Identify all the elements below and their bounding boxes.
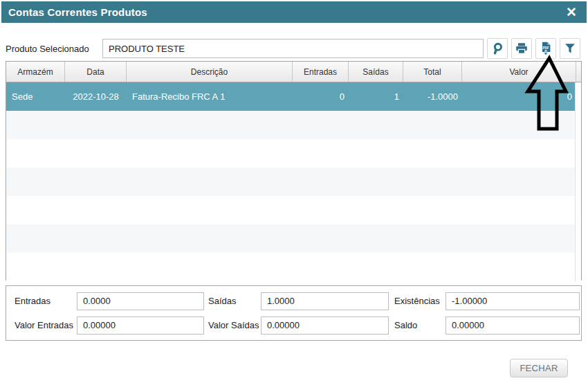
table-row-selected[interactable]: Sede 2022-10-28 Fatura-Recibo FRC A 1 0 … xyxy=(6,82,581,111)
movements-table: Armazém Data Descrição Entradas Saídas T… xyxy=(6,61,582,280)
totals-row-1: Entradas Saídas Existências xyxy=(15,292,578,310)
search-icon xyxy=(490,41,505,56)
print-button[interactable] xyxy=(511,38,532,59)
totals-row-2: Valor Entradas Valor Saídas Saldo xyxy=(15,316,578,335)
valor-entradas-field[interactable] xyxy=(77,317,204,335)
saidas-field[interactable] xyxy=(261,292,389,310)
table-empty-row xyxy=(6,139,581,168)
table-body: Sede 2022-10-28 Fatura-Recibo FRC A 1 0 … xyxy=(6,82,581,281)
svg-text:PDF: PDF xyxy=(542,46,549,50)
entradas-field[interactable] xyxy=(77,292,204,310)
existencias-label: Existências xyxy=(394,296,445,306)
dialog-title: Contas Correntes Produtos xyxy=(8,6,147,18)
contas-correntes-produtos-dialog: Contas Correntes Produtos ✕ Produto Sele… xyxy=(0,0,588,392)
saldo-field[interactable] xyxy=(445,317,580,335)
product-selected-input[interactable] xyxy=(102,39,484,58)
pdf-export-button[interactable]: PDF xyxy=(535,38,556,59)
table-header-row: Armazém Data Descrição Entradas Saídas T… xyxy=(6,62,581,82)
table-empty-row xyxy=(6,111,581,139)
cell-saidas: 1 xyxy=(349,91,403,102)
column-header-valor: Valor xyxy=(462,62,576,82)
table-empty-row xyxy=(6,253,581,281)
entradas-label: Entradas xyxy=(15,296,77,306)
column-header-descricao: Descrição xyxy=(127,62,293,82)
table-empty-row xyxy=(6,224,581,253)
saldo-label: Saldo xyxy=(394,320,445,330)
cell-valor: 0 xyxy=(462,91,576,102)
column-header-total: Total xyxy=(403,62,462,82)
cell-armazem: Sede xyxy=(6,91,65,102)
product-toolbar: Produto Selecionado xyxy=(6,38,580,59)
search-button[interactable] xyxy=(487,38,508,59)
fechar-button[interactable]: FECHAR xyxy=(510,359,568,377)
filter-button[interactable] xyxy=(560,38,580,59)
cell-descricao: Fatura-Recibo FRC A 1 xyxy=(127,91,293,102)
column-header-saidas: Saídas xyxy=(349,62,403,82)
filter-icon xyxy=(562,41,578,56)
valor-saidas-label: Valor Saídas xyxy=(208,320,261,330)
table-scrollbar-track[interactable] xyxy=(575,82,581,281)
cell-data: 2022-10-28 xyxy=(65,91,127,102)
table-empty-row xyxy=(6,168,581,196)
valor-saidas-field[interactable] xyxy=(261,317,389,335)
product-selected-label: Produto Selecionado xyxy=(6,44,102,54)
column-header-entradas: Entradas xyxy=(293,62,349,82)
cell-total: -1.0000 xyxy=(403,91,462,102)
dialog-titlebar: Contas Correntes Produtos ✕ xyxy=(1,1,587,23)
table-empty-row xyxy=(6,196,581,224)
column-header-armazem: Armazém xyxy=(6,62,65,82)
pdf-download-icon: PDF xyxy=(538,41,553,56)
totals-panel: Entradas Saídas Existências Valor Entrad… xyxy=(6,285,582,341)
column-header-filler xyxy=(576,62,582,82)
close-icon[interactable]: ✕ xyxy=(563,4,580,20)
column-header-data: Data xyxy=(65,62,127,82)
saidas-label: Saídas xyxy=(208,296,261,306)
valor-entradas-label: Valor Entradas xyxy=(15,320,77,330)
cell-entradas: 0 xyxy=(293,91,349,102)
printer-icon xyxy=(514,41,529,56)
existencias-field[interactable] xyxy=(445,292,580,310)
